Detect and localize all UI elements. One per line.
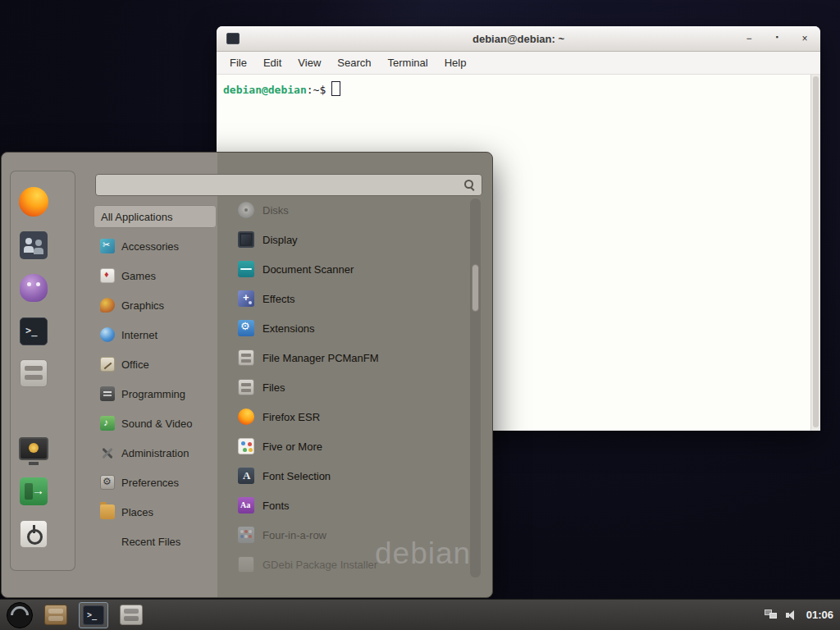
firefox-icon bbox=[238, 409, 254, 425]
app-item-extensions[interactable]: Extensions bbox=[238, 317, 469, 340]
app-label: Five or More bbox=[262, 441, 322, 453]
network-icon[interactable] bbox=[765, 609, 778, 620]
category-recent-files[interactable]: Recent Files bbox=[94, 530, 217, 553]
favorite-lock-screen[interactable] bbox=[16, 431, 52, 467]
app-label: Firefox ESR bbox=[262, 411, 320, 423]
menu-search[interactable]: Search bbox=[329, 57, 379, 69]
favorite-logout[interactable] bbox=[16, 473, 52, 509]
menu-file[interactable]: File bbox=[221, 57, 255, 69]
search-icon bbox=[464, 180, 475, 190]
desktop[interactable]: debian@debian: ~ − ▪ × File Edit View Se… bbox=[0, 0, 840, 630]
favorite-terminal[interactable] bbox=[16, 313, 52, 349]
app-item-four-in-a-row[interactable]: Four-in-a-row bbox=[238, 523, 469, 546]
four-in-a-row-icon bbox=[238, 527, 254, 543]
menu-view[interactable]: View bbox=[290, 57, 329, 69]
category-internet[interactable]: Internet bbox=[94, 323, 217, 346]
favorite-files[interactable] bbox=[16, 355, 52, 391]
volume-icon[interactable] bbox=[786, 609, 798, 620]
display-icon bbox=[238, 231, 254, 248]
fonts-icon bbox=[238, 497, 254, 514]
app-item-document-scanner[interactable]: Document Scanner bbox=[238, 258, 469, 281]
apps-scrollbar[interactable] bbox=[470, 199, 481, 578]
app-item-display[interactable]: Display bbox=[238, 228, 469, 251]
category-office[interactable]: Office bbox=[94, 353, 217, 376]
terminal-scrollbar-thumb[interactable] bbox=[813, 76, 819, 427]
menu-button[interactable] bbox=[7, 602, 33, 628]
taskbar-files[interactable] bbox=[116, 602, 146, 628]
preferences-icon bbox=[100, 475, 115, 490]
five-or-more-icon bbox=[238, 438, 254, 454]
app-item-font-selection[interactable]: Font Selection bbox=[238, 464, 469, 487]
pcmanfm-icon bbox=[238, 349, 254, 366]
app-label: Font Selection bbox=[262, 470, 331, 482]
app-item-effects[interactable]: Effects bbox=[238, 287, 469, 310]
taskbar-terminal[interactable] bbox=[79, 602, 108, 628]
category-accessories[interactable]: Accessories bbox=[94, 235, 217, 258]
app-item-firefox-esr[interactable]: Firefox ESR bbox=[238, 405, 469, 428]
gdebi-icon bbox=[238, 556, 254, 573]
category-sound-video[interactable]: Sound & Video bbox=[94, 412, 217, 435]
taskbar-filemanager[interactable] bbox=[41, 602, 71, 628]
terminal-scrollbar[interactable] bbox=[810, 75, 820, 431]
terminal-icon bbox=[83, 605, 104, 625]
favorite-shutdown[interactable] bbox=[16, 516, 52, 552]
menu-search-box[interactable] bbox=[95, 174, 482, 196]
app-item-disks[interactable]: Disks bbox=[238, 199, 469, 221]
prompt-user-host: debian@debian bbox=[223, 84, 307, 96]
office-icon bbox=[100, 357, 115, 372]
app-item-gdebi[interactable]: GDebi Package Installer bbox=[238, 553, 469, 576]
apps-scrollbar-thumb[interactable] bbox=[472, 264, 479, 312]
category-games[interactable]: Games bbox=[94, 264, 217, 287]
category-label: All Applications bbox=[101, 211, 172, 223]
category-places[interactable]: Places bbox=[94, 500, 217, 523]
terminal-icon bbox=[20, 317, 48, 345]
firefox-icon bbox=[19, 187, 48, 217]
logout-icon bbox=[20, 477, 48, 505]
games-icon bbox=[100, 268, 115, 283]
app-item-files[interactable]: Files bbox=[238, 376, 469, 399]
category-label: Sound & Video bbox=[121, 418, 193, 430]
favorite-users[interactable] bbox=[16, 227, 52, 263]
graphics-icon bbox=[100, 298, 115, 313]
app-item-five-or-more[interactable]: Five or More bbox=[238, 435, 469, 458]
favorite-pidgin[interactable] bbox=[16, 270, 52, 306]
search-input[interactable] bbox=[103, 178, 464, 192]
accessories-icon bbox=[100, 239, 115, 253]
window-title: debian@debian: ~ bbox=[217, 33, 820, 45]
places-icon bbox=[100, 504, 115, 519]
menu-edit[interactable]: Edit bbox=[255, 57, 290, 69]
app-item-fonts[interactable]: Fonts bbox=[238, 494, 469, 517]
category-label: Games bbox=[121, 270, 156, 282]
terminal-titlebar[interactable]: debian@debian: ~ − ▪ × bbox=[217, 26, 820, 52]
category-label: Places bbox=[121, 506, 153, 518]
shutdown-icon bbox=[20, 520, 48, 548]
font-selection-icon bbox=[238, 468, 254, 484]
category-label: Administration bbox=[121, 447, 189, 459]
category-administration[interactable]: Administration bbox=[94, 441, 217, 464]
category-all-applications[interactable]: All Applications bbox=[94, 205, 217, 228]
maximize-button[interactable]: ▪ bbox=[771, 34, 783, 43]
app-label: File Manager PCManFM bbox=[262, 352, 379, 364]
files-icon bbox=[238, 379, 254, 395]
app-item-pcmanfm[interactable]: File Manager PCManFM bbox=[238, 346, 469, 369]
category-preferences[interactable]: Preferences bbox=[94, 471, 217, 494]
app-label: Extensions bbox=[262, 322, 315, 335]
applications-menu: debian All Applications Accessories Game… bbox=[1, 152, 493, 598]
file-manager-icon bbox=[44, 605, 67, 625]
menu-terminal[interactable]: Terminal bbox=[380, 57, 436, 69]
pidgin-icon bbox=[20, 274, 48, 302]
category-label: Graphics bbox=[121, 299, 164, 312]
app-label: Display bbox=[262, 234, 298, 246]
menu-help[interactable]: Help bbox=[436, 57, 475, 69]
bottom-panel: 01:06 bbox=[0, 599, 840, 630]
minimize-button[interactable]: − bbox=[743, 34, 755, 43]
favorite-firefox[interactable] bbox=[16, 184, 52, 220]
files-icon bbox=[120, 605, 143, 625]
category-programming[interactable]: Programming bbox=[94, 382, 217, 405]
disks-icon bbox=[238, 202, 254, 218]
app-label: Disks bbox=[262, 204, 289, 217]
file-manager-icon bbox=[20, 359, 48, 387]
category-graphics[interactable]: Graphics bbox=[94, 294, 217, 317]
close-button[interactable]: × bbox=[799, 34, 810, 43]
clock[interactable]: 01:06 bbox=[806, 609, 833, 621]
